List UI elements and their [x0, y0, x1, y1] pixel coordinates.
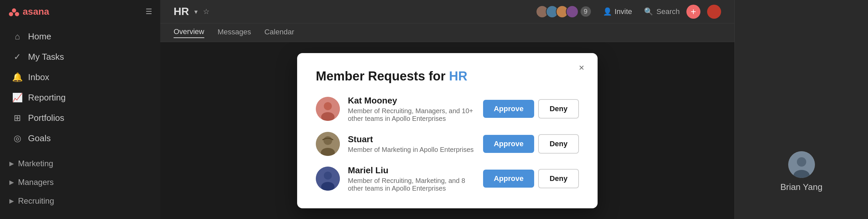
asana-logo-icon: [8, 6, 20, 18]
svg-point-2: [15, 12, 19, 17]
svg-point-13: [797, 157, 806, 166]
brian-yang-avatar: [788, 151, 815, 178]
avatar-4: [566, 5, 579, 18]
avatar-group: 9: [536, 5, 591, 18]
person-plus-icon: 👤: [603, 7, 612, 16]
home-icon: ⌂: [12, 31, 23, 42]
background-content: × Member Requests for HR: [160, 42, 735, 219]
avatar-stack: [536, 5, 579, 18]
modal-title-prefix: Member Requests for: [316, 69, 449, 83]
mariel-liu-name: Mariel Liu: [348, 165, 475, 176]
sidebar-item-home[interactable]: ⌂ Home: [3, 27, 158, 46]
sidebar-item-marketing-label: Marketing: [18, 159, 53, 168]
stuart-info: Stuart Member of Marketing in Apollo Ent…: [348, 134, 475, 154]
mariel-liu-deny-button[interactable]: Deny: [538, 169, 579, 188]
sidebar-item-portfolios-label: Portfolios: [28, 113, 64, 123]
right-panel-user: Brian Yang: [780, 151, 822, 192]
sidebar-nav: ⌂ Home ✓ My Tasks 🔔 Inbox 📈 Reporting ⊞ …: [0, 23, 160, 152]
sidebar-item-marketing[interactable]: ▶ Marketing: [0, 154, 160, 173]
sidebar-item-goals[interactable]: ◎ Goals: [3, 128, 158, 148]
sidebar-item-inbox[interactable]: 🔔 Inbox: [3, 67, 158, 87]
asana-logo-text: asana: [23, 6, 49, 17]
close-icon: ×: [579, 62, 584, 73]
sidebar-item-managers-label: Managers: [18, 178, 54, 187]
mariel-liu-actions: Approve Deny: [483, 169, 579, 188]
sidebar-item-managers[interactable]: ▶ Managers: [0, 173, 160, 192]
bookmark-icon[interactable]: ☆: [203, 7, 210, 16]
kat-mooney-avatar-image: [316, 97, 340, 121]
stuart-approve-button[interactable]: Approve: [483, 135, 534, 153]
asana-logo[interactable]: asana: [8, 6, 49, 18]
mariel-liu-info: Mariel Liu Member of Recruiting, Marketi…: [348, 165, 475, 192]
svg-point-7: [323, 136, 332, 145]
sidebar-item-inbox-label: Inbox: [28, 72, 50, 83]
svg-point-10: [324, 171, 332, 180]
sidebar-item-my-tasks[interactable]: ✓ My Tasks: [3, 47, 158, 67]
topbar: HR ▾ ☆ 9 👤 Invite 🔍 Search: [160, 0, 735, 23]
user-avatar[interactable]: [707, 5, 721, 19]
main-area: HR ▾ ☆ 9 👤 Invite 🔍 Search: [160, 0, 735, 219]
tab-calendar[interactable]: Calendar: [265, 28, 294, 38]
svg-point-0: [12, 8, 17, 13]
topbar-right: 9 👤 Invite 🔍 Search +: [536, 5, 721, 19]
kat-mooney-desc: Member of Recruiting, Managers, and 10+ …: [348, 107, 475, 123]
invite-label: Invite: [615, 7, 632, 16]
mariel-liu-approve-button[interactable]: Approve: [483, 169, 534, 188]
hamburger-icon[interactable]: ☰: [146, 7, 152, 16]
modal-title-highlight: HR: [449, 69, 467, 83]
sidebar-header: asana ☰: [0, 0, 160, 23]
sidebar-section-teams: ▶ Marketing ▶ Managers ▶ Recruiting: [0, 152, 160, 213]
avatar-count: 9: [581, 6, 591, 17]
invite-button[interactable]: 👤 Invite: [597, 5, 638, 18]
sidebar-item-my-tasks-label: My Tasks: [28, 52, 64, 62]
modal-title: Member Requests for HR: [316, 69, 579, 84]
kat-mooney-name: Kat Mooney: [348, 95, 475, 106]
chevron-right-icon-2: ▶: [9, 179, 14, 186]
chart-icon: 📈: [12, 92, 23, 103]
mariel-liu-avatar: [316, 166, 340, 191]
svg-point-1: [9, 12, 13, 17]
project-title: HR: [174, 5, 189, 18]
dropdown-icon[interactable]: ▾: [194, 8, 198, 16]
goals-icon: ◎: [12, 133, 23, 144]
tab-messages[interactable]: Messages: [218, 28, 251, 38]
check-icon: ✓: [12, 52, 23, 62]
sidebar: asana ☰ ⌂ Home ✓ My Tasks 🔔 Inbox 📈 Repo…: [0, 0, 160, 219]
bell-icon: 🔔: [12, 72, 23, 83]
stuart-name: Stuart: [348, 134, 475, 145]
member-list: Kat Mooney Member of Recruiting, Manager…: [316, 95, 579, 192]
sidebar-item-home-label: Home: [28, 31, 51, 42]
search-label: Search: [656, 7, 680, 16]
member-row: Mariel Liu Member of Recruiting, Marketi…: [316, 165, 579, 192]
member-row: Kat Mooney Member of Recruiting, Manager…: [316, 95, 579, 123]
brian-yang-avatar-image: [788, 151, 815, 178]
sidebar-item-recruiting[interactable]: ▶ Recruiting: [0, 192, 160, 210]
stuart-avatar: [316, 132, 340, 156]
sidebar-item-recruiting-label: Recruiting: [18, 196, 54, 206]
search-icon: 🔍: [644, 7, 653, 16]
sidebar-item-portfolios[interactable]: ⊞ Portfolios: [3, 108, 158, 128]
stuart-deny-button[interactable]: Deny: [538, 134, 579, 154]
sidebar-item-reporting[interactable]: 📈 Reporting: [3, 88, 158, 107]
chevron-right-icon-3: ▶: [9, 197, 14, 205]
modal-close-button[interactable]: ×: [575, 61, 588, 74]
sidebar-item-goals-label: Goals: [28, 133, 51, 144]
right-panel: Brian Yang: [735, 0, 868, 219]
stuart-desc: Member of Marketing in Apollo Enterprise…: [348, 146, 475, 154]
kat-mooney-actions: Approve Deny: [483, 99, 579, 119]
mariel-liu-desc: Member of Recruiting, Marketing, and 8 o…: [348, 177, 475, 192]
kat-mooney-deny-button[interactable]: Deny: [538, 99, 579, 119]
member-requests-modal: × Member Requests for HR: [297, 53, 597, 208]
search-bar[interactable]: 🔍 Search: [644, 7, 680, 16]
tabbar: Overview Messages Calendar: [160, 23, 735, 42]
kat-mooney-approve-button[interactable]: Approve: [483, 100, 534, 118]
chevron-right-icon: ▶: [9, 160, 14, 167]
stuart-actions: Approve Deny: [483, 134, 579, 154]
sidebar-item-reporting-label: Reporting: [28, 92, 66, 103]
topbar-left: HR ▾ ☆: [174, 5, 210, 18]
brian-yang-name: Brian Yang: [780, 182, 822, 192]
tab-overview[interactable]: Overview: [174, 27, 204, 38]
modal-overlay[interactable]: × Member Requests for HR: [160, 42, 735, 219]
portfolio-icon: ⊞: [12, 113, 23, 123]
add-button[interactable]: +: [686, 5, 701, 19]
